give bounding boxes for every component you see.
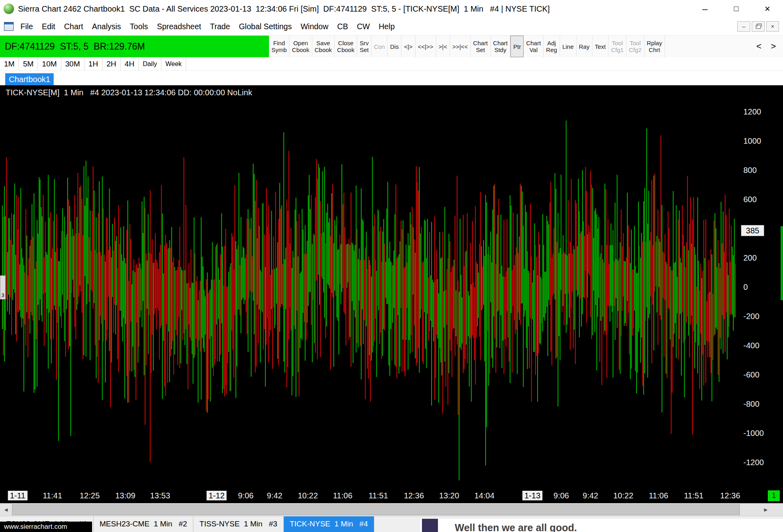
time-label-14-1-13: 1-13: [522, 491, 542, 500]
chat-avatar: [422, 519, 438, 532]
timeframe-bar: 1M5M10M30M1H2H4HDailyWeek: [0, 57, 783, 71]
menu-spreadsheet[interactable]: Spreadsheet: [153, 18, 206, 35]
toolbar-prev-button[interactable]: <: [753, 41, 765, 52]
scroll-left-arrow[interactable]: ◀: [0, 504, 12, 516]
toolbar-button-close-cbook[interactable]: Close Cbook: [335, 36, 357, 57]
menu-bar-items: FileEditChartAnalysisToolsSpreadsheetTra…: [16, 18, 399, 35]
toolbar-button-find-symb[interactable]: Find Symb: [269, 36, 289, 57]
menu-cw[interactable]: CW: [352, 18, 374, 35]
menu-analysis[interactable]: Analysis: [88, 18, 126, 35]
chart-area[interactable]: TICK-NYSE[M] 1 Min #4 2023-01-13 12:34:0…: [0, 85, 783, 503]
time-label-18-11-06: 11:06: [649, 491, 669, 500]
toolbar-button-chart-stdy[interactable]: Chart Stdy: [491, 36, 511, 57]
toolbar-button-chart-val[interactable]: Chart Val: [524, 36, 544, 57]
chart-tab-tick-nyse-1-min-4[interactable]: TICK-NYSE 1 Min #4: [284, 516, 374, 532]
price-tick-0: 0: [743, 282, 748, 292]
minimize-button[interactable]: –: [689, 0, 721, 18]
menu-cb[interactable]: CB: [333, 18, 352, 35]
menu-trade[interactable]: Trade: [205, 18, 234, 35]
timeframe-daily[interactable]: Daily: [139, 57, 162, 70]
toolbar-button-item[interactable]: <<|>>: [416, 36, 436, 57]
price-tick-800: -800: [743, 399, 759, 409]
mdi-minimize-button[interactable]: –: [737, 21, 750, 32]
last-price-box: 385: [741, 225, 764, 236]
toolbar-button-rplay-chrt[interactable]: Rplay Chrt: [644, 36, 665, 57]
time-label-6-9-06: 9:06: [238, 491, 254, 500]
website-bar: www.sierrachart.com: [0, 522, 92, 532]
time-label-20-12-36: 12:36: [720, 491, 740, 500]
time-label-3-13-09: 13:09: [115, 491, 135, 500]
chartbook-window-icon: [4, 22, 14, 31]
mdi-close-button[interactable]: ×: [766, 21, 779, 32]
menu-file[interactable]: File: [16, 18, 37, 35]
menu-edit[interactable]: Edit: [37, 18, 60, 35]
toolbar-button-item[interactable]: >>|<<: [450, 36, 471, 57]
menu-chart[interactable]: Chart: [60, 18, 88, 35]
chartbook-tab[interactable]: Chartbook1: [5, 73, 54, 85]
menu-help[interactable]: Help: [374, 18, 399, 35]
mdi-window-controls: – ×: [737, 21, 779, 32]
timeframe-30m[interactable]: 30M: [61, 57, 84, 70]
toolbar-button-adj-reg[interactable]: Adj Reg: [544, 36, 560, 57]
toolbar-button-text[interactable]: Text: [592, 36, 609, 57]
toolbar-button-ray[interactable]: Ray: [576, 36, 592, 57]
toolbar-buttons: Find SymbOpen CbookSave CbookClose Cbook…: [269, 36, 665, 57]
time-label-8-10-22: 10:22: [298, 491, 318, 500]
toolbar-button-item[interactable]: <|>: [402, 36, 415, 57]
toolbar-button-item[interactable]: >|<: [436, 36, 450, 57]
toolbar-button-save-cbook[interactable]: Save Cbook: [312, 36, 335, 57]
price-tick-1000: 1000: [743, 136, 761, 146]
toolbar-next-button[interactable]: >: [768, 41, 779, 52]
time-label-12-13-20: 13:20: [439, 491, 459, 500]
timeframe-2h[interactable]: 2H: [102, 57, 120, 70]
mdi-restore-button[interactable]: [752, 21, 765, 32]
left-edge-tab[interactable]: 3: [0, 275, 6, 299]
toolbar-button-srv-set[interactable]: Srv Set: [357, 36, 371, 57]
time-label-10-11-51: 11:51: [369, 491, 388, 500]
toolbar-button-ptr[interactable]: Ptr: [510, 36, 524, 57]
price-tick-600: 600: [743, 194, 757, 205]
time-label-1-11-41: 11:41: [43, 491, 62, 500]
toolbar-button-chart-set[interactable]: Chart Set: [471, 36, 491, 57]
timeframe-10m[interactable]: 10M: [38, 57, 61, 70]
toolbar-button-dis[interactable]: Dis: [387, 36, 402, 57]
toolbar-button-open-cbook[interactable]: Open Cbook: [289, 36, 312, 57]
timeframe-4h[interactable]: 4H: [120, 57, 139, 70]
price-tick-1000: -1000: [743, 428, 764, 438]
time-label-13-14-04: 14:04: [474, 491, 494, 500]
chat-overlay: Well then we are all good.: [420, 519, 783, 532]
toolbar-button-line[interactable]: Line: [560, 36, 576, 57]
timeframe-1m[interactable]: 1M: [0, 57, 19, 70]
price-axis[interactable]: 385 120010008006002000-200-400-600-800-1…: [740, 85, 783, 489]
menu-global-settings[interactable]: Global Settings: [235, 18, 296, 35]
timeframe-week[interactable]: Week: [161, 57, 186, 70]
scroll-right-arrow[interactable]: ▶: [760, 504, 772, 516]
toolbar-nav: < >: [753, 36, 779, 57]
toolbar-button-tool-cfg1: Tool Cfg1: [608, 36, 626, 57]
price-tick-400: -400: [743, 340, 759, 351]
chart-tab-tiss-nyse-1-min-3[interactable]: TISS-NYSE 1 Min #3: [193, 516, 283, 532]
menu-tools[interactable]: Tools: [125, 18, 153, 35]
pane-number-badge: 1: [768, 490, 780, 501]
time-label-9-11-06: 11:06: [333, 491, 353, 500]
time-label-15-9-06: 9:06: [554, 491, 569, 500]
maximize-button[interactable]: □: [721, 0, 752, 18]
time-label-16-9-42: 9:42: [583, 491, 598, 500]
price-tick-1200: 1200: [743, 106, 761, 117]
timeframe-5m[interactable]: 5M: [19, 57, 38, 70]
price-tick-800: 800: [743, 165, 757, 175]
h-scrollbar[interactable]: ◀ ▶: [0, 503, 783, 516]
restore-icon: [756, 25, 761, 29]
close-button[interactable]: ×: [752, 0, 783, 18]
right-edge-strip: [781, 226, 783, 300]
time-axis[interactable]: 1 1-1111:4112:2513:0913:531-129:069:4210…: [0, 489, 783, 503]
timeframe-1h[interactable]: 1H: [84, 57, 102, 70]
chart-tab-mesh23-cme-1-min-2[interactable]: MESH23-CME 1 Min #2: [94, 516, 194, 532]
scrollbar-thumb[interactable]: [12, 504, 740, 515]
menu-window[interactable]: Window: [296, 18, 333, 35]
time-label-2-12-25: 12:25: [80, 491, 100, 500]
time-label-11-12-36: 12:36: [404, 491, 424, 500]
tick-chart: [0, 85, 740, 489]
time-label-7-9-42: 9:42: [267, 491, 283, 500]
title-bar: Sierra Chart 2462 Chartbook1 SC Data - A…: [0, 0, 783, 18]
